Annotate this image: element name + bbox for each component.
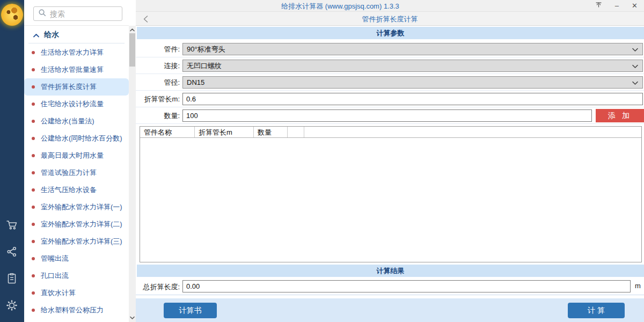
sidebar-item[interactable]: 生活给水管批量速算: [24, 61, 129, 78]
quantity-input[interactable]: [182, 109, 592, 122]
bullet-icon: [32, 137, 35, 140]
sidebar-item[interactable]: 给水塑料管公称压力: [24, 302, 129, 319]
sidebar-item[interactable]: 公建给水(同时给水百分数): [24, 130, 129, 147]
form-row-diameter: 管径: DN15: [136, 74, 644, 91]
sidebar-item[interactable]: 孔口出流: [24, 267, 129, 284]
close-button[interactable]: ✕: [632, 0, 638, 12]
field-label: 管径:: [136, 74, 180, 91]
sidebar-item[interactable]: 管道试验压力计算: [24, 164, 129, 181]
bullet-icon: [32, 274, 35, 277]
total-length-input[interactable]: [182, 280, 631, 292]
bullet-icon: [32, 206, 35, 209]
cart-icon[interactable]: [5, 218, 18, 231]
sidebar-item[interactable]: 管嘴出流: [24, 250, 129, 267]
search-box[interactable]: [33, 6, 122, 21]
chevron-down-icon: [632, 48, 638, 52]
sidebar-item[interactable]: 室外输配水管水力详算(三): [24, 233, 129, 250]
chevron-down-icon: [632, 81, 638, 85]
gear-icon[interactable]: [5, 299, 18, 312]
divider: [24, 25, 129, 26]
sidebar-item[interactable]: 生活气压给水设备: [24, 181, 129, 199]
field-label: 连接:: [136, 57, 180, 74]
result-section-header: 计算结果: [137, 265, 644, 277]
field-label: 数量:: [136, 107, 180, 124]
result-label: 总折算长度:: [136, 279, 180, 295]
sidebar: 给水 生活给水管水力详算 生活给水管批量速算 管件折算长度计算 住宅给水设计秒流…: [24, 0, 136, 322]
sidebar-item[interactable]: 住宅给水设计秒流量: [24, 96, 129, 113]
sidebar-section-label: 给水: [44, 30, 59, 40]
scroll-up-icon[interactable]: [129, 27, 136, 33]
chevron-up-icon: [33, 30, 39, 40]
minimize-button[interactable]: –: [615, 0, 619, 12]
chevron-down-icon: [632, 64, 638, 68]
pin-icon[interactable]: [595, 0, 602, 12]
params-section-header: 计算参数: [137, 27, 644, 39]
window-title: 给排水计算器 (www.gpsjsq.com) 1.3.3: [281, 2, 399, 11]
divider: [28, 43, 125, 43]
bullet-icon: [32, 171, 35, 174]
clipboard-icon[interactable]: [5, 272, 18, 285]
search-input[interactable]: [50, 10, 118, 18]
unit-label: m: [635, 282, 641, 290]
bullet-icon: [32, 240, 35, 243]
page-header: 管件折算长度计算: [136, 12, 644, 26]
bullet-icon: [32, 120, 35, 123]
bullet-icon: [32, 223, 35, 226]
equivalent-length-input[interactable]: [182, 93, 643, 105]
fittings-table[interactable]: 管件名称 折算管长m 数量: [140, 126, 642, 262]
sidebar-item[interactable]: 公建给水(当量法): [24, 113, 129, 130]
bullet-icon: [32, 291, 35, 295]
diameter-select[interactable]: DN15: [182, 76, 643, 89]
page-title: 管件折算长度计算: [136, 14, 644, 24]
form-row-equivalent-length: 折算管长m:: [136, 91, 644, 107]
col-fitting-name: 管件名称: [140, 127, 195, 137]
result-row: 总折算长度: m: [136, 279, 644, 295]
sidebar-item[interactable]: 生活给水管水力详算: [24, 44, 129, 61]
bullet-icon: [32, 309, 35, 312]
bullet-icon: [32, 51, 35, 54]
bullet-icon: [32, 68, 35, 71]
sidebar-item-selected[interactable]: 管件折算长度计算: [24, 78, 129, 96]
col-equivalent-length: 折算管长m: [195, 127, 254, 137]
calculate-button[interactable]: 计 算: [568, 303, 625, 318]
icon-rail: [0, 0, 24, 322]
form-row-connection: 连接: 无凹口螺纹: [136, 57, 644, 74]
window-titlebar: 给排水计算器 (www.gpsjsq.com) 1.3.3 – ✕: [136, 0, 644, 12]
field-label: 折算管长m:: [136, 91, 180, 107]
table-header-row: 管件名称 折算管长m 数量: [140, 127, 641, 138]
scrollbar-thumb[interactable]: [129, 33, 135, 67]
col-blank: [288, 127, 304, 137]
search-icon: [38, 9, 46, 19]
sidebar-section-water-supply[interactable]: 给水: [24, 28, 129, 42]
form-row-fitting: 管件: 90°标准弯头: [136, 41, 644, 57]
fitting-select[interactable]: 90°标准弯头: [182, 43, 643, 55]
sidebar-item[interactable]: 直饮水计算: [24, 284, 129, 302]
sunflower-logo[interactable]: [1, 4, 23, 26]
col-quantity: 数量: [254, 127, 288, 137]
field-label: 管件:: [136, 41, 180, 57]
bullet-icon: [32, 85, 35, 89]
footer-bar: 计算书 计 算: [136, 298, 644, 322]
bullet-icon: [32, 257, 35, 260]
form-row-quantity: 数量: 添 加: [136, 107, 644, 124]
scroll-down-icon[interactable]: [129, 314, 136, 321]
bullet-icon: [32, 188, 35, 192]
share-icon[interactable]: [5, 245, 18, 258]
connection-select[interactable]: 无凹口螺纹: [182, 60, 643, 72]
sidebar-menu: 生活给水管水力详算 生活给水管批量速算 管件折算长度计算 住宅给水设计秒流量 公…: [24, 44, 129, 319]
report-button[interactable]: 计算书: [164, 303, 217, 318]
sidebar-item[interactable]: 最高日最大时用水量: [24, 147, 129, 164]
main-area: 给排水计算器 (www.gpsjsq.com) 1.3.3 – ✕ 管件折算长度…: [136, 0, 644, 322]
sidebar-scrollbar[interactable]: [129, 26, 136, 322]
sidebar-item[interactable]: 室外输配水管水力详算(一): [24, 199, 129, 216]
bullet-icon: [32, 154, 35, 157]
bullet-icon: [32, 103, 35, 106]
col-filler: [304, 127, 641, 137]
divider: [136, 295, 644, 295]
add-button[interactable]: 添 加: [596, 109, 644, 122]
sidebar-item[interactable]: 室外输配水管水力详算(二): [24, 216, 129, 233]
